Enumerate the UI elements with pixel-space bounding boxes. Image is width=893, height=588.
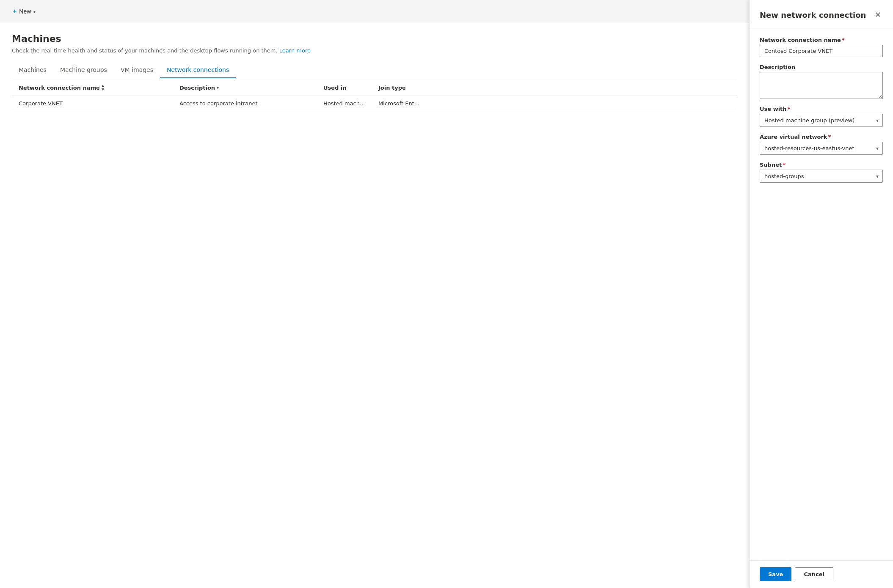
tab-machines[interactable]: Machines [12,62,53,78]
required-star-vnet: * [828,134,831,140]
required-star-name: * [842,37,845,43]
top-bar: + New ▾ [0,0,749,23]
tab-network-connections[interactable]: Network connections [160,62,236,78]
label-subnet: Subnet* [760,162,883,168]
new-button[interactable]: + New ▾ [8,5,40,18]
page-subtitle: Check the real-time health and status of… [12,47,737,54]
table-container: Network connection name ▲ ▼ Description … [12,80,737,111]
label-description: Description [760,64,883,70]
page-title: Machines [12,33,737,44]
table-row[interactable]: Corporate VNET Access to corporate intra… [12,96,737,111]
cell-name: Corporate VNET [19,100,179,107]
save-button[interactable]: Save [760,567,791,581]
input-connection-name[interactable] [760,45,883,57]
main-container: + New ▾ Machines Check the real-time hea… [0,0,893,588]
drawer-header: New network connection ✕ [750,0,893,28]
drawer-body: Network connection name* Description Use… [750,28,893,560]
label-use-with: Use with* [760,106,883,112]
right-panel: New network connection ✕ Network connect… [749,0,893,588]
select-wrapper-vnet: hosted-resources-us-eastus-vnet ▾ [760,142,883,155]
learn-more-link[interactable]: Learn more [279,47,311,54]
select-vnet[interactable]: hosted-resources-us-eastus-vnet [760,142,883,155]
select-subnet[interactable]: hosted-groups [760,170,883,183]
cell-description: Access to corporate intranet [179,100,323,107]
tab-vm-images[interactable]: VM images [114,62,160,78]
label-vnet: Azure virtual network* [760,134,883,140]
select-wrapper-use-with: Hosted machine group (preview) ▾ [760,114,883,127]
field-vnet: Azure virtual network* hosted-resources-… [760,134,883,155]
col-header-used-in: Used in [323,84,378,91]
page-content: Machines Check the real-time health and … [0,23,749,121]
close-button[interactable]: ✕ [873,8,883,21]
new-dropdown-chevron-icon: ▾ [33,9,36,14]
input-description[interactable] [760,72,883,99]
field-connection-name: Network connection name* [760,37,883,57]
field-use-with: Use with* Hosted machine group (preview)… [760,106,883,127]
left-panel: + New ▾ Machines Check the real-time hea… [0,0,749,588]
col-header-description: Description ▾ [179,84,323,91]
col-header-join-type: Join type [378,84,730,91]
required-star-subnet: * [783,162,786,168]
plus-icon: + [13,8,17,15]
drawer-title: New network connection [760,11,866,19]
select-wrapper-subnet: hosted-groups ▾ [760,170,883,183]
sort-icons-name[interactable]: ▲ ▼ [102,84,104,91]
col-header-name: Network connection name ▲ ▼ [19,84,179,91]
field-subnet: Subnet* hosted-groups ▾ [760,162,883,183]
new-button-label: New [19,8,31,15]
drawer-footer: Save Cancel [750,560,893,588]
cell-join-type: Microsoft Ent... [378,100,730,107]
select-use-with[interactable]: Hosted machine group (preview) [760,114,883,127]
close-icon: ✕ [875,10,881,19]
label-connection-name: Network connection name* [760,37,883,43]
field-description: Description [760,64,883,99]
tab-machine-groups[interactable]: Machine groups [53,62,114,78]
table-header: Network connection name ▲ ▼ Description … [12,80,737,96]
sort-down-icon: ▼ [102,88,104,91]
required-star-use-with: * [788,106,791,112]
tabs: Machines Machine groups VM images Networ… [12,62,737,78]
filter-icon-description[interactable]: ▾ [217,85,219,90]
cancel-button[interactable]: Cancel [795,567,833,581]
sort-up-icon: ▲ [102,84,104,88]
cell-used-in: Hosted mach... [323,100,378,107]
